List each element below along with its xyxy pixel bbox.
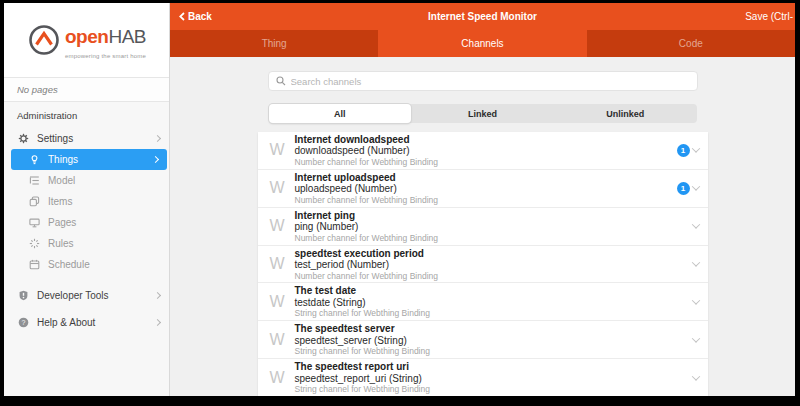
channel-title: The speedtest server	[295, 323, 693, 335]
channel-title: Internet ping	[295, 210, 693, 222]
channel-row[interactable]: W The speedtest report uri speedtest_rep…	[258, 359, 708, 396]
channel-description: String channel for Webthing Binding	[295, 384, 693, 394]
sidebar-item-label: Schedule	[48, 259, 160, 270]
webthing-channel-icon: W	[270, 179, 295, 197]
tab-channels[interactable]: Channels	[378, 30, 586, 57]
chevron-down-icon	[691, 258, 699, 266]
sidebar-item-things[interactable]: Things	[11, 149, 167, 170]
channel-id: testdate (String)	[295, 297, 693, 309]
channel-title: The test date	[295, 285, 693, 297]
channel-info: Internet downloadspeed downloadspeed (Nu…	[295, 134, 677, 167]
back-button[interactable]: Back	[179, 11, 212, 22]
lightbulb-icon	[28, 154, 40, 165]
channel-id: speedtest_server (String)	[295, 335, 693, 347]
chevron-down-icon	[691, 372, 699, 380]
back-label: Back	[188, 11, 212, 22]
channel-row[interactable]: W speedtest execution period test_period…	[258, 246, 708, 284]
sparkle-icon	[28, 238, 40, 249]
filter-linked[interactable]: Linked	[411, 104, 554, 123]
shield-exclamation-icon	[17, 290, 29, 301]
sidebar-item-rules[interactable]: Rules	[4, 233, 169, 254]
webthing-channel-icon: W	[270, 255, 295, 273]
sidebar: openHAB empowering the smart home No pag…	[4, 3, 170, 396]
channel-info: The speedtest report uri speedtest_repor…	[295, 361, 693, 394]
logo: openHAB empowering the smart home	[4, 3, 169, 77]
webthing-channel-icon: W	[270, 369, 295, 387]
svg-text:?: ?	[21, 319, 25, 326]
save-button[interactable]: Save (Ctrl-	[745, 11, 793, 22]
channels-content: All Linked Unlinked W Internet downloads…	[170, 57, 795, 396]
administration-section-label: Administration	[4, 110, 169, 128]
tab-code[interactable]: Code	[587, 30, 795, 57]
channel-description: String channel for Webthing Binding	[295, 308, 693, 318]
webthing-channel-icon: W	[270, 141, 295, 159]
sidebar-item-label: Pages	[48, 217, 160, 228]
channel-title: Internet uploadspeed	[295, 172, 677, 184]
channel-title: speedtest execution period	[295, 248, 693, 260]
sidebar-item-help-about[interactable]: ? Help & About	[4, 311, 169, 333]
channel-description: Number channel for Webthing Binding	[295, 195, 677, 205]
sidebar-nav: Administration Settings	[4, 102, 169, 333]
sidebar-item-settings[interactable]: Settings	[4, 128, 169, 149]
channel-row[interactable]: W The speedtest server speedtest_server …	[258, 321, 708, 359]
chevron-left-icon	[179, 12, 185, 21]
sidebar-item-pages[interactable]: Pages	[4, 212, 169, 233]
no-pages-label: No pages	[4, 77, 169, 102]
sidebar-item-label: Items	[48, 196, 160, 207]
main-panel: Back Internet Speed Monitor Save (Ctrl- …	[170, 3, 795, 396]
sidebar-item-items[interactable]: Items	[4, 191, 169, 212]
chevron-down-icon	[691, 296, 699, 304]
channel-description: Number channel for Webthing Binding	[295, 157, 677, 167]
sidebar-item-label: Settings	[37, 133, 155, 144]
gear-icon	[17, 133, 29, 144]
sidebar-item-developer-tools[interactable]: Developer Tools	[4, 284, 169, 306]
channel-id: ping (Number)	[295, 221, 693, 233]
chevron-down-icon	[691, 220, 699, 228]
search-bar[interactable]	[268, 71, 698, 91]
channel-id: uploadspeed (Number)	[295, 183, 677, 195]
copy-icon	[28, 196, 40, 207]
search-input[interactable]	[291, 76, 690, 87]
openhab-logo-icon	[27, 23, 61, 57]
webthing-channel-icon: W	[270, 293, 295, 311]
channel-list: W Internet downloadspeed downloadspeed (…	[258, 132, 708, 396]
app-window: openHAB empowering the smart home No pag…	[4, 3, 795, 396]
page-title: Internet Speed Monitor	[170, 11, 795, 22]
chevron-right-icon	[152, 156, 159, 163]
channel-description: Number channel for Webthing Binding	[295, 233, 693, 243]
chevron-down-icon	[691, 334, 699, 342]
sidebar-item-label: Things	[48, 154, 153, 165]
channel-id: test_period (Number)	[295, 259, 693, 271]
tab-thing[interactable]: Thing	[170, 30, 378, 57]
channel-info: Internet ping ping (Number) Number chann…	[295, 210, 693, 243]
channel-title: Internet downloadspeed	[295, 134, 677, 146]
channel-info: The test date testdate (String) String c…	[295, 285, 693, 318]
webthing-channel-icon: W	[270, 217, 295, 235]
calendar-icon	[28, 259, 40, 270]
search-icon	[276, 76, 286, 86]
linked-count-badge: 1	[677, 144, 690, 157]
chevron-right-icon	[154, 135, 161, 142]
channel-row[interactable]: W The test date testdate (String) String…	[258, 283, 708, 321]
sidebar-item-model[interactable]: Model	[4, 170, 169, 191]
channel-title: The speedtest report uri	[295, 361, 693, 373]
sidebar-item-label: Rules	[48, 238, 160, 249]
channel-info: The speedtest server speedtest_server (S…	[295, 323, 693, 356]
channel-id: speedtest_report_uri (String)	[295, 373, 693, 385]
linked-count-badge: 1	[677, 182, 690, 195]
channel-row[interactable]: W Internet downloadspeed downloadspeed (…	[258, 132, 708, 170]
question-circle-icon: ?	[17, 317, 29, 328]
filter-unlinked[interactable]: Unlinked	[554, 104, 697, 123]
chevron-right-icon	[154, 318, 161, 325]
channel-id: downloadspeed (Number)	[295, 145, 677, 157]
channel-row[interactable]: W Internet uploadspeed uploadspeed (Numb…	[258, 170, 708, 208]
logo-wordmark: openHAB	[65, 27, 146, 53]
top-bar: Back Internet Speed Monitor Save (Ctrl-	[170, 3, 795, 30]
channel-row[interactable]: W Internet ping ping (Number) Number cha…	[258, 208, 708, 246]
filter-all[interactable]: All	[269, 104, 412, 123]
sidebar-item-schedule[interactable]: Schedule	[4, 254, 169, 275]
channel-description: Number channel for Webthing Binding	[295, 271, 693, 281]
chevron-down-icon	[691, 145, 699, 153]
filter-segmented-control: All Linked Unlinked	[269, 104, 697, 123]
chevron-right-icon	[154, 291, 161, 298]
